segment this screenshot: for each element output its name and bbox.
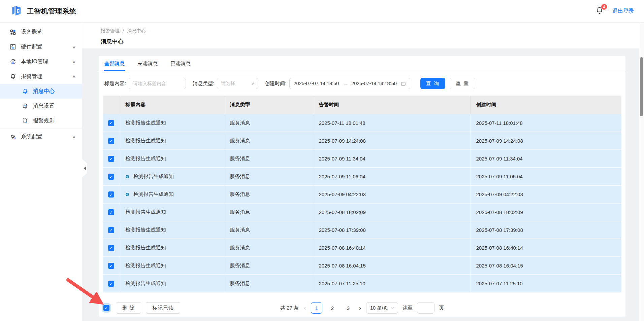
prev-page-button[interactable]: ‹ — [303, 305, 307, 312]
tab-unread-messages[interactable]: 未读消息 — [137, 56, 158, 71]
sidebar-item-device-overview[interactable]: 设备概览 — [0, 25, 82, 39]
card-footer: ✓ 删 除 标记已读 共 27 条 ‹ 1 2 3 › 10 条/页 ∨ 跳至 … — [99, 299, 625, 317]
message-tabs: 全部消息 未读消息 已读消息 — [99, 56, 625, 71]
cell-title: 检测报告生成通知 — [120, 168, 224, 185]
row-checkbox[interactable]: ✓ — [108, 156, 114, 162]
create-time: 2025-07-09 11:34:04 — [476, 156, 523, 162]
svg-text:I/O: I/O — [12, 60, 14, 62]
check-icon: ✓ — [109, 246, 113, 251]
select-all-checkbox[interactable]: ✓ — [103, 305, 109, 311]
tab-read-messages[interactable]: 已读消息 — [170, 56, 191, 71]
cell-type: 服务消息 — [224, 114, 313, 132]
row-checkbox[interactable]: ✓ — [108, 227, 114, 233]
row-select-cell: ✓ — [103, 185, 120, 203]
cell-alarm-time: 2025-07-09 11:06:04 — [313, 168, 470, 185]
cell-alarm-time: 2025-07-08 17:39:08 — [313, 221, 470, 239]
page-button-2[interactable]: 2 — [327, 302, 338, 314]
cell-create-time: 2025-07-09 14:24:08 — [470, 132, 621, 150]
range-arrow-icon: → — [343, 81, 347, 86]
message-title: 检测报告生成通知 — [126, 227, 166, 233]
create-time: 2025-07-09 11:06:04 — [476, 174, 523, 179]
notification-bell-button[interactable]: 4 — [595, 6, 604, 16]
unread-dot-icon — [126, 193, 129, 196]
row-checkbox[interactable]: ✓ — [108, 263, 114, 269]
row-checkbox[interactable]: ✓ — [108, 209, 114, 215]
alarm-time: 2025-07-09 11:06:04 — [319, 174, 365, 179]
message-type: 服务消息 — [230, 209, 250, 215]
message-type: 服务消息 — [230, 155, 250, 161]
app-logo-icon — [10, 4, 23, 18]
table-row: ✓ 检测报告生成通知 服务消息 2025-07-09 04:22:03 2025… — [103, 185, 621, 203]
table-row: ✓ 检测报告生成通知 服务消息 2025-07-08 17:39:08 2025… — [103, 221, 621, 239]
row-checkbox[interactable]: ✓ — [108, 120, 114, 126]
jump-to-label: 跳至 — [402, 305, 413, 311]
table-body: ✓ 检测报告生成通知 服务消息 2025-07-11 18:01:48 2025… — [103, 114, 621, 292]
message-title: 检测报告生成通知 — [126, 155, 166, 161]
reset-button[interactable]: 重 置 — [450, 78, 475, 89]
sidebar-item-alarm-management[interactable]: 报警管理 ∧ — [0, 69, 82, 84]
row-select-cell: ✓ — [103, 132, 120, 150]
alarm-time: 2025-07-08 16:40:14 — [319, 245, 366, 251]
row-checkbox[interactable]: ✓ — [108, 281, 114, 287]
tab-all-messages[interactable]: 全部消息 — [104, 56, 125, 71]
message-type: 服务消息 — [230, 138, 250, 143]
main-content: 报警管理 / 消息中心 消息中心 全部消息 未读消息 已读消息 标题内容: 消息… — [82, 23, 644, 321]
row-checkbox[interactable]: ✓ — [108, 191, 114, 198]
calendar-icon — [401, 81, 406, 86]
sidebar-item-alarm-rules[interactable]: 报警规则 — [0, 113, 82, 128]
cell-type: 服务消息 — [224, 185, 313, 203]
vertical-scrollbar-thumb[interactable] — [640, 57, 643, 116]
page-button-1[interactable]: 1 — [311, 302, 322, 314]
sidebar-item-label: 报警规则 — [33, 117, 55, 124]
page-button-3[interactable]: 3 — [343, 302, 354, 314]
breadcrumb-parent[interactable]: 报警管理 — [101, 28, 120, 34]
row-checkbox[interactable]: ✓ — [108, 138, 114, 144]
search-button[interactable]: 查 询 — [420, 78, 445, 89]
message-type: 服务消息 — [230, 280, 250, 286]
sidebar-item-local-io[interactable]: I/O 本地IO管理 ∨ — [0, 54, 82, 69]
chevron-up-icon: ∧ — [72, 74, 76, 79]
chevron-down-icon: ∨ — [72, 59, 76, 64]
cell-alarm-time: 2025-07-08 16:04:15 — [313, 257, 470, 275]
cell-create-time: 2025-07-07 11:25:10 — [470, 275, 621, 292]
table-row: ✓ 检测报告生成通知 服务消息 2025-07-08 16:04:15 2025… — [103, 257, 621, 275]
mark-read-button[interactable]: 标记已读 — [146, 302, 180, 314]
vertical-scrollbar-track[interactable] — [639, 23, 644, 321]
type-filter-select[interactable]: 请选择 ∨ — [217, 78, 258, 89]
alarm-rules-icon — [22, 117, 29, 124]
message-type: 服务消息 — [230, 262, 250, 268]
chevron-down-icon: ∨ — [72, 44, 76, 49]
table-row: ✓ 检测报告生成通知 服务消息 2025-07-09 14:24:08 2025… — [103, 132, 621, 150]
row-checkbox[interactable]: ✓ — [108, 245, 114, 251]
cell-type: 服务消息 — [224, 203, 313, 221]
create-time: 2025-07-08 18:02:09 — [476, 209, 523, 215]
sidebar-item-message-settings[interactable]: 消息设置 — [0, 99, 82, 113]
breadcrumb-block: 报警管理 / 消息中心 消息中心 — [82, 23, 644, 48]
page-size-select[interactable]: 10 条/页 ∨ — [366, 302, 398, 314]
cell-title: 检测报告生成通知 — [120, 132, 224, 150]
cell-alarm-time: 2025-07-11 18:01:48 — [313, 114, 470, 132]
cell-create-time: 2025-07-08 16:04:15 — [470, 257, 621, 275]
row-checkbox[interactable]: ✓ — [108, 174, 114, 180]
cell-type: 服务消息 — [224, 257, 313, 275]
row-select-cell: ✓ — [103, 203, 120, 221]
alarm-bell-icon — [9, 73, 17, 80]
row-select-cell: ✓ — [103, 257, 120, 275]
date-range-picker[interactable]: 2025-07-07 14:18:50 → 2025-07-14 14:18:5… — [289, 78, 410, 89]
cell-type: 服务消息 — [224, 168, 313, 185]
message-title: 检测报告生成通知 — [126, 262, 166, 268]
cell-alarm-time: 2025-07-09 14:24:08 — [313, 132, 470, 150]
logout-link[interactable]: 退出登录 — [612, 8, 634, 15]
delete-button[interactable]: 删 除 — [116, 302, 141, 314]
sidebar-item-system-config[interactable]: 系统配置 ∨ — [0, 129, 82, 144]
cell-title: 检测报告生成通知 — [120, 275, 224, 292]
sidebar-item-message-center[interactable]: 消息中心 — [0, 84, 82, 99]
jump-page-input[interactable] — [417, 302, 434, 314]
alarm-time: 2025-07-09 11:34:04 — [319, 156, 365, 162]
table-row: ✓ 检测报告生成通知 服务消息 2025-07-08 18:02:09 2025… — [103, 203, 621, 221]
title-filter-input[interactable] — [129, 78, 186, 89]
pagination: 共 27 条 ‹ 1 2 3 › 10 条/页 ∨ 跳至 页 — [280, 302, 444, 314]
sidebar-item-hardware-config[interactable]: 硬件配置 ∨ — [0, 39, 82, 54]
next-page-button[interactable]: › — [358, 305, 362, 312]
message-title: 检测报告生成通知 — [126, 245, 166, 250]
